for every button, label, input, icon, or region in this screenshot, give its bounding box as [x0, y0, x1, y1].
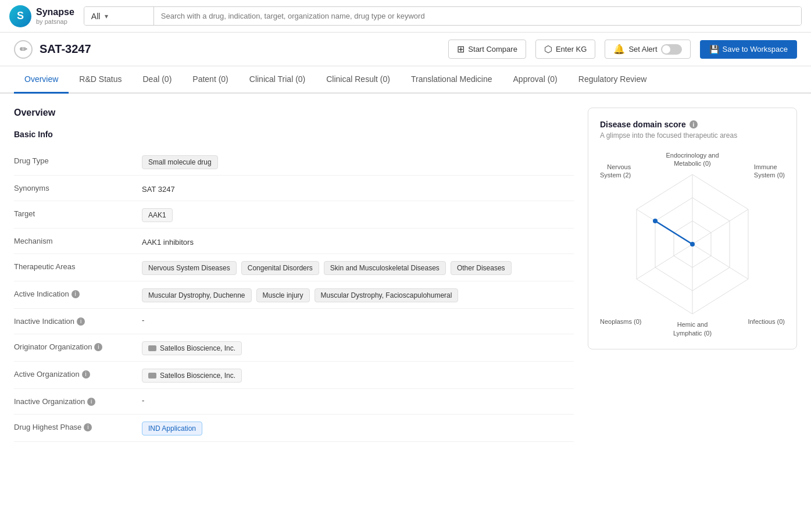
- inactive-org-info-icon[interactable]: i: [87, 398, 95, 406]
- logo-text: Synapse by patsnap: [36, 6, 74, 25]
- inactive-indication-label: Inactive Indication i: [14, 315, 142, 326]
- tab-patent[interactable]: Patent (0): [182, 66, 238, 94]
- top-bar: S Synapse by patsnap All ▾: [0, 0, 811, 33]
- originator-org-label: Originator Organization i: [14, 340, 142, 351]
- header-actions: ⊞ Start Compare ⬡ Enter KG 🔔 Set Alert 💾…: [448, 40, 797, 59]
- active-indication-info-icon[interactable]: i: [72, 290, 80, 298]
- originator-org-tag[interactable]: Satellos Bioscience, Inc.: [142, 341, 242, 355]
- originator-org-value: Satellos Bioscience, Inc.: [142, 340, 574, 355]
- drug-highest-phase-info-icon[interactable]: i: [84, 423, 92, 431]
- tab-deal[interactable]: Deal (0): [133, 66, 183, 94]
- active-org-info-icon[interactable]: i: [82, 370, 90, 379]
- chevron-down-icon: ▾: [105, 12, 108, 20]
- side-panel: Disease domain score i A glimpse into th…: [588, 108, 797, 442]
- originator-org-row: Originator Organization i Satellos Biosc…: [14, 334, 574, 362]
- active-org-tag[interactable]: Satellos Bioscience, Inc.: [142, 369, 242, 383]
- radar-chart-container: Endocrinology andMetabolic (0) ImmuneSys…: [600, 151, 785, 337]
- active-indication-label: Active Indication i: [14, 287, 142, 298]
- drug-type-value: Small molecule drug: [142, 154, 574, 169]
- indication-tag-0[interactable]: Muscular Dystrophy, Duchenne: [142, 288, 252, 302]
- set-alert-button[interactable]: 🔔 Set Alert: [605, 40, 690, 59]
- brand-name: Synapse: [36, 6, 74, 17]
- brand-sub: by patsnap: [36, 18, 74, 26]
- target-tag[interactable]: AAK1: [142, 208, 173, 222]
- indication-tag-1[interactable]: Muscle injury: [256, 288, 310, 302]
- synonyms-label: Synonyms: [14, 181, 142, 192]
- target-value: AAK1: [142, 207, 574, 222]
- logo-area: S Synapse by patsnap: [9, 5, 74, 27]
- radar-chart: [605, 157, 780, 331]
- nav-tabs: Overview R&D Status Deal (0) Patent (0) …: [0, 66, 811, 94]
- mechanism-value: AAK1 inhibitors: [142, 234, 574, 247]
- tab-clinical-result[interactable]: Clinical Result (0): [316, 66, 401, 94]
- originator-org-info-icon[interactable]: i: [94, 343, 102, 351]
- active-indication-value: Muscular Dystrophy, Duchenne Muscle inju…: [142, 287, 574, 302]
- label-endocrinology: Endocrinology andMetabolic (0): [666, 151, 719, 168]
- logo-icon: S: [9, 5, 31, 27]
- disease-domain-box: Disease domain score i A glimpse into th…: [588, 108, 797, 349]
- alert-toggle[interactable]: [661, 44, 682, 55]
- search-dropdown[interactable]: All ▾: [84, 7, 154, 25]
- compare-icon: ⊞: [457, 44, 465, 55]
- drug-type-label: Drug Type: [14, 154, 142, 165]
- main-content: Overview Basic Info Drug Type Small mole…: [0, 94, 811, 456]
- label-hemic: Hemic andLymphatic (0): [673, 320, 712, 337]
- tab-translational-medicine[interactable]: Translational Medicine: [401, 66, 503, 94]
- start-compare-button[interactable]: ⊞ Start Compare: [448, 40, 526, 59]
- drug-icon: ✏: [14, 40, 33, 59]
- disease-domain-subtitle: A glimpse into the focused therapeutic a…: [600, 131, 785, 140]
- inactive-org-label: Inactive Organization i: [14, 395, 142, 406]
- search-input[interactable]: [154, 7, 801, 25]
- active-org-value: Satellos Bioscience, Inc.: [142, 367, 574, 383]
- therapeutic-area-tag-0[interactable]: Nervous System Diseases: [142, 261, 237, 275]
- therapeutic-areas-row: Therapeutic Areas Nervous System Disease…: [14, 254, 574, 281]
- enter-kg-button[interactable]: ⬡ Enter KG: [535, 40, 595, 59]
- save-icon: 💾: [709, 45, 719, 54]
- label-infectious: Infectious (0): [748, 317, 785, 326]
- inactive-org-row: Inactive Organization i -: [14, 389, 574, 415]
- disease-domain-info-icon[interactable]: i: [689, 120, 698, 128]
- main-panel: Overview Basic Info Drug Type Small mole…: [14, 108, 574, 442]
- mechanism-label: Mechanism: [14, 234, 142, 245]
- save-to-workspace-button[interactable]: 💾 Save to Workspace: [700, 40, 797, 59]
- label-immune: ImmuneSystem (0): [754, 163, 785, 180]
- tab-overview[interactable]: Overview: [14, 66, 69, 94]
- therapeutic-area-tag-1[interactable]: Congenital Disorders: [241, 261, 319, 275]
- target-row: Target AAK1: [14, 201, 574, 228]
- org-dot-icon: [148, 345, 156, 351]
- target-label: Target: [14, 207, 142, 218]
- therapeutic-areas-label: Therapeutic Areas: [14, 260, 142, 271]
- therapeutic-area-tag-3[interactable]: Other Diseases: [451, 261, 512, 275]
- org-dot-icon-2: [148, 373, 156, 379]
- disease-domain-title: Disease domain score i: [600, 120, 785, 129]
- tab-regulatory-review[interactable]: Regulatory Review: [568, 66, 658, 94]
- drug-type-row: Drug Type Small molecule drug: [14, 148, 574, 176]
- kg-icon: ⬡: [544, 44, 552, 55]
- drug-header: ✏ SAT-3247 ⊞ Start Compare ⬡ Enter KG 🔔 …: [0, 33, 811, 66]
- dropdown-value: All: [91, 12, 101, 21]
- alert-icon: 🔔: [613, 44, 625, 55]
- drug-highest-phase-value: IND Application: [142, 420, 574, 435]
- drug-highest-phase-row: Drug Highest Phase i IND Application: [14, 415, 574, 442]
- therapeutic-areas-value: Nervous System Diseases Congenital Disor…: [142, 260, 574, 275]
- drug-highest-phase-tag[interactable]: IND Application: [142, 422, 202, 435]
- overview-title: Overview: [14, 108, 574, 118]
- tab-approval[interactable]: Approval (0): [503, 66, 568, 94]
- indication-tag-2[interactable]: Muscular Dystrophy, Facioscapulohumeral: [315, 288, 459, 302]
- svg-point-10: [690, 242, 695, 247]
- mechanism-row: Mechanism AAK1 inhibitors: [14, 228, 574, 254]
- active-org-row: Active Organization i Satellos Bioscienc…: [14, 362, 574, 389]
- active-org-label: Active Organization i: [14, 367, 142, 379]
- mechanism-text: AAK1 inhibitors: [142, 235, 194, 247]
- inactive-indication-value: -: [142, 315, 574, 324]
- synonyms-text: SAT 3247: [142, 183, 175, 194]
- tab-clinical-trial[interactable]: Clinical Trial (0): [239, 66, 316, 94]
- svg-point-9: [653, 219, 658, 223]
- active-indication-row: Active Indication i Muscular Dystrophy, …: [14, 281, 574, 309]
- label-nervous: NervousSystem (2): [600, 163, 631, 180]
- drug-type-tag: Small molecule drug: [142, 155, 218, 169]
- inactive-indication-info-icon[interactable]: i: [77, 317, 85, 326]
- tab-rd-status[interactable]: R&D Status: [69, 66, 132, 94]
- synonyms-row: Synonyms SAT 3247: [14, 176, 574, 201]
- therapeutic-area-tag-2[interactable]: Skin and Musculoskeletal Diseases: [324, 261, 446, 275]
